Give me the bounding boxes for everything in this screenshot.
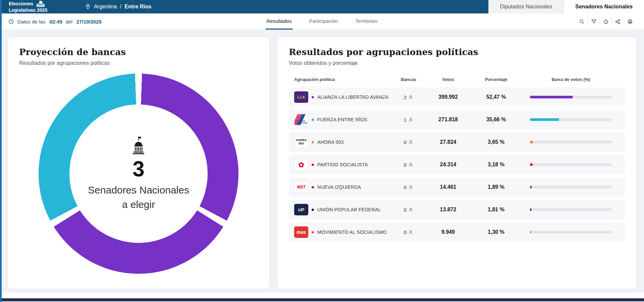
table-row[interactable]: UP UNIÓN POPULAR FEDERAL 0 13.872 1,81 % (289, 200, 625, 219)
tab-territorios[interactable]: Territorios (355, 13, 379, 30)
party-logo-mas: mas (294, 226, 308, 238)
capitol-icon (129, 136, 148, 155)
party-cell: mas MOVIMIENTO AL SOCIALISMO (294, 226, 391, 238)
party-cell: LLA ALIANZA LA LIBERTAD AVANZA (294, 91, 391, 103)
seats-label: Senadores Nacionales a elegir (88, 183, 189, 212)
votes-value: 13.872 (426, 207, 470, 213)
party-color-dot (312, 231, 314, 233)
party-logo-lla: LLA (294, 91, 308, 103)
vote-bar-track (530, 163, 612, 166)
timestamp-prefix: Datos de las (17, 19, 45, 25)
vote-bar-fill (530, 208, 531, 211)
percentage-value: 52,47 % (473, 94, 520, 100)
bar-cell (522, 231, 620, 233)
person-icon (408, 207, 413, 212)
results-card: Resultados por agrupaciones políticas Vo… (277, 37, 637, 289)
bancas-value: 0 (404, 229, 407, 235)
vote-bar-fill (530, 186, 532, 188)
table-row[interactable]: LLA ALIANZA LA LIBERTAD AVANZA 2 399.992… (289, 87, 625, 107)
breadcrumb-country[interactable]: Argentina (94, 4, 117, 10)
tab-diputados-nacionales[interactable]: Diputados Nacionales (488, 0, 564, 13)
party-cell: MST NUEVA IZQUIERDA (294, 181, 391, 193)
table-row[interactable]: ✿ PARTIDO SOCIALISTA 0 24.314 3,18 % (289, 155, 625, 174)
table-row[interactable]: MST NUEVA IZQUIERDA 0 14.461 1,89 % (289, 177, 625, 197)
bancas-value: 0 (404, 139, 407, 145)
col-porcentaje: Porcentaje (473, 77, 520, 82)
party-logo-up: UP (294, 204, 308, 215)
person-icon (408, 230, 413, 235)
window-left-edge (0, 0, 2, 302)
vote-bar-track (530, 96, 612, 98)
donut-chart[interactable]: 3 Senadores Nacionales a elegir (39, 74, 238, 274)
votes-value: 399.992 (426, 94, 470, 100)
card-title-proyeccion: Proyección de bancas (19, 47, 258, 57)
col-barra: Barra de votos (%) (522, 77, 620, 82)
table-row[interactable]: mas MOVIMIENTO AL SOCIALISMO 0 9.949 1,3… (289, 222, 625, 242)
party-name: ALIANZA LA LIBERTAD AVANZA (317, 94, 388, 100)
bancas-cell: 0 (393, 162, 424, 168)
location-pin-icon (85, 3, 91, 10)
vote-bar-fill (530, 118, 559, 121)
party-color-dot (312, 96, 314, 98)
filter-icon[interactable] (588, 17, 600, 26)
share-icon[interactable] (612, 17, 624, 26)
tab-resultados[interactable]: Resultados (266, 13, 293, 30)
logo-text-line1: Elecciones (9, 1, 33, 7)
card-subtitle-proyeccion: Resultados por agrupaciones politicas (19, 60, 258, 66)
bar-cell (522, 141, 620, 143)
votes-value: 27.824 (426, 139, 470, 145)
table-row[interactable]: FUERZA ENTRE RÍOS FUERZA ENTRE RÍOS 1 27… (289, 110, 625, 129)
bancas-cell: 0 (393, 139, 424, 145)
seat-projection-card: Proyección de bancas Resultados por agru… (7, 37, 270, 289)
party-name: UNIÓN POPULAR FEDERAL (317, 207, 381, 212)
party-cell: AHORA 503 AHORA 503 (294, 136, 391, 148)
votes-value: 14.461 (426, 184, 470, 190)
bar-cell (522, 163, 620, 166)
print-icon[interactable] (624, 17, 636, 26)
card-subtitle-resultados: Votos obtenidos y porcentaje (289, 60, 625, 66)
vote-bar-track (530, 208, 612, 211)
bancas-value: 0 (404, 207, 407, 213)
tab-senadores-nacionales[interactable]: Senadores Nacionales (564, 0, 644, 13)
bancas-cell: 0 (393, 207, 424, 213)
bancas-value: 2 (404, 94, 407, 100)
star-icon[interactable] (600, 17, 612, 26)
party-color-dot (312, 164, 314, 166)
vote-bar-track (530, 141, 612, 143)
vote-bar-fill (530, 163, 533, 166)
vote-bar-fill (530, 141, 533, 143)
timestamp-date: 27/10/2025 (76, 19, 102, 25)
ballot-box-icon (36, 1, 46, 7)
main-content: Proyección de bancas Resultados por agru… (0, 30, 644, 293)
percentage-value: 35,66 % (473, 117, 520, 123)
seats-total: 3 (132, 157, 145, 181)
bancas-value: 0 (404, 184, 407, 190)
party-logo-ps: ✿ (294, 159, 308, 170)
tab-participacion[interactable]: Participación (308, 13, 339, 30)
seats-label-line2: a elegir (88, 197, 189, 212)
party-logo-fer: FUERZA ENTRE RÍOS (294, 114, 308, 125)
percentage-value: 3,65 % (473, 139, 520, 145)
bancas-cell: 1 (393, 117, 424, 123)
timestamp-time: 02:45 (49, 19, 62, 25)
party-name: MOVIMIENTO AL SOCIALISMO (317, 229, 387, 235)
search-icon[interactable] (576, 17, 588, 26)
site-logo[interactable]: Elecciones Legislativas 2025 (9, 0, 47, 13)
percentage-value: 1,30 % (473, 229, 520, 235)
table-row[interactable]: AHORA 503 AHORA 503 0 27.824 3,65 % (289, 132, 625, 152)
party-cell: ✿ PARTIDO SOCIALISTA (294, 159, 391, 170)
percentage-value: 3,18 % (473, 162, 520, 168)
breadcrumb: Argentina / Entre Ríos (85, 0, 151, 13)
person-icon (408, 140, 413, 145)
timestamp-connector: del (66, 19, 72, 25)
party-color-dot (312, 186, 314, 188)
top-header-bar: Elecciones Legislativas 2025 Argentina /… (0, 0, 644, 13)
table-header-row: Agrupación política Bancas Votos Porcent… (289, 74, 625, 87)
percentage-value: 1,89 % (473, 184, 520, 190)
party-color-dot (312, 119, 314, 121)
person-icon (408, 162, 413, 167)
sub-toolbar: Datos de las 02:45 del 27/10/2025 Result… (0, 13, 644, 30)
vote-bar-track (530, 231, 612, 233)
votes-value: 24.314 (426, 162, 470, 168)
vote-bar-fill (530, 96, 573, 98)
